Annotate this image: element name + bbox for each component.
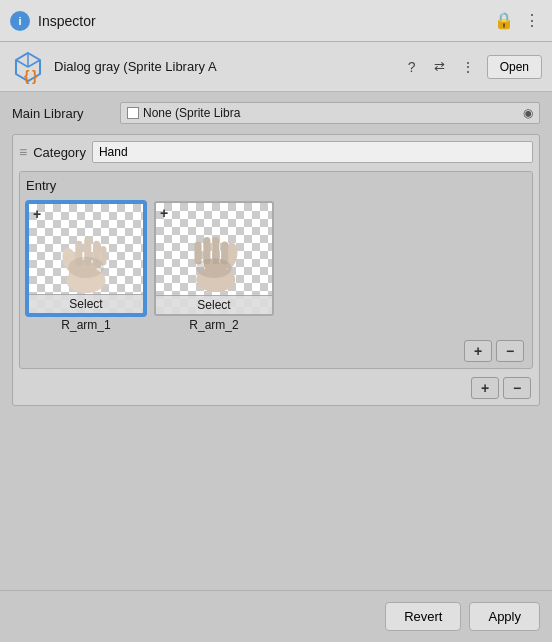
apply-button[interactable]: Apply xyxy=(469,602,540,631)
svg-line-2 xyxy=(28,60,40,67)
inner-row-controls: + − xyxy=(26,340,526,362)
svg-rect-17 xyxy=(194,241,201,264)
main-library-value[interactable]: None (Sprite Libra ◉ xyxy=(120,102,540,124)
revert-button[interactable]: Revert xyxy=(385,602,461,631)
sprite-card-1[interactable]: + xyxy=(26,201,146,316)
title-bar-title: Inspector xyxy=(38,13,486,29)
category-input[interactable] xyxy=(92,141,533,163)
category-row: ≡ Category xyxy=(19,141,533,163)
main-library-label: Main Library xyxy=(12,106,112,121)
main-library-row: Main Library None (Sprite Libra ◉ xyxy=(12,102,540,124)
sprite-name-1: R_arm_1 xyxy=(61,318,110,332)
title-bar: i Inspector 🔒 ⋮ xyxy=(0,0,552,42)
more-icon[interactable]: ⋮ xyxy=(522,11,542,31)
none-icon xyxy=(127,107,139,119)
component-title: Dialog gray (Sprite Library A xyxy=(54,59,393,74)
component-header-actions: ? ⇄ ⋮ xyxy=(401,56,479,78)
add-sprite-2-icon[interactable]: + xyxy=(160,205,168,221)
select-button-2[interactable]: Select xyxy=(156,295,272,314)
component-icon: { } xyxy=(10,49,46,85)
svg-text:{: { xyxy=(24,68,30,84)
sprite-image-1 xyxy=(46,214,126,294)
component-header: { } Dialog gray (Sprite Library A ? ⇄ ⋮ … xyxy=(0,42,552,92)
footer: Revert Apply xyxy=(0,590,552,642)
main-content: Main Library None (Sprite Libra ◉ ≡ Cate… xyxy=(0,92,552,416)
entry-section: Entry + xyxy=(19,171,533,369)
outer-add-button[interactable]: + xyxy=(471,377,499,399)
select-button-1[interactable]: Select xyxy=(29,294,143,313)
target-icon: ◉ xyxy=(523,106,533,120)
svg-text:}: } xyxy=(32,68,38,84)
outer-remove-button[interactable]: − xyxy=(503,377,531,399)
help-icon[interactable]: ? xyxy=(401,56,423,78)
inspector-icon: i xyxy=(10,11,30,31)
transform-icon[interactable]: ⇄ xyxy=(429,56,451,78)
lock-icon[interactable]: 🔒 xyxy=(494,11,514,31)
svg-point-13 xyxy=(68,257,104,278)
sprite-image-2 xyxy=(174,213,254,293)
title-bar-actions: 🔒 ⋮ xyxy=(494,11,542,31)
main-library-text: None (Sprite Libra xyxy=(143,106,240,120)
inner-remove-button[interactable]: − xyxy=(496,340,524,362)
add-sprite-1-icon[interactable]: + xyxy=(33,206,41,222)
open-button[interactable]: Open xyxy=(487,55,542,79)
sprite-card-2[interactable]: + xyxy=(154,201,274,316)
component-more-icon[interactable]: ⋮ xyxy=(457,56,479,78)
inner-add-button[interactable]: + xyxy=(464,340,492,362)
entry-label: Entry xyxy=(26,178,526,193)
sprite-item-2: + xyxy=(154,201,274,332)
drag-handle[interactable]: ≡ xyxy=(19,144,27,160)
svg-point-21 xyxy=(196,258,232,278)
sprites-grid: + xyxy=(26,201,526,332)
sprite-item-1: + xyxy=(26,201,146,332)
category-label: Category xyxy=(33,145,86,160)
outer-row-controls: + − xyxy=(19,377,533,399)
category-panel: ≡ Category Entry + xyxy=(12,134,540,406)
sprite-name-2: R_arm_2 xyxy=(189,318,238,332)
svg-line-3 xyxy=(16,60,28,67)
